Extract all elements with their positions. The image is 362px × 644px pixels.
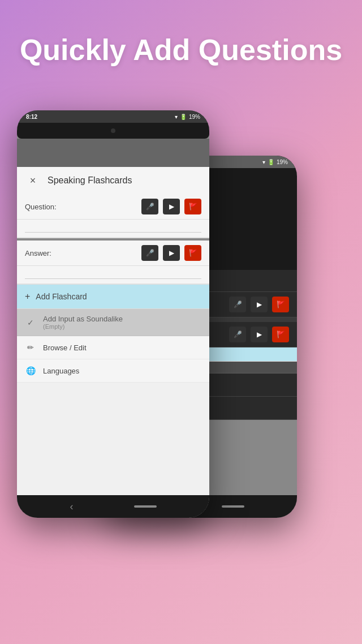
answer-play-btn[interactable]: ▶ [163, 245, 180, 261]
browse-edit-label: Browse / Edit [43, 344, 87, 352]
soundalike-sublabel: (Empty) [43, 323, 123, 330]
back-nav-home[interactable] [222, 505, 244, 508]
question-mic-icon: 🎤 [146, 203, 154, 211]
back-battery-icon: 🔋 [268, 159, 274, 165]
front-bg-area [17, 139, 209, 167]
question-input-text [25, 220, 201, 230]
answer-play-icon: ▶ [169, 249, 174, 257]
answer-input-text [25, 266, 201, 276]
front-battery-icon: 🔋 [180, 114, 187, 120]
front-time: 8:12 [26, 114, 37, 120]
languages-label: Languages [43, 367, 79, 375]
front-signal-icon: ▾ [175, 114, 178, 120]
question-mic-btn[interactable]: 🎤 [141, 199, 158, 214]
add-flashcard-label: Add Flashcard [36, 292, 87, 301]
question-label: Question: [25, 203, 137, 211]
languages-item[interactable]: 🌐 Languages [17, 359, 209, 383]
answer-flag-icon: 🚩 [189, 249, 197, 257]
pencil-icon: ✏ [25, 342, 36, 353]
question-input-area[interactable] [17, 220, 209, 238]
answer-underline [25, 278, 201, 279]
soundalike-item: ✓ Add Input as Soundalike (Empty) [17, 309, 209, 336]
back-play-icon-1: ▶ [257, 300, 262, 308]
add-flashcard-btn[interactable]: + Add Flashcard [17, 285, 209, 309]
camera-dot [111, 128, 115, 133]
back-play-btn-1[interactable]: ▶ [251, 297, 268, 312]
back-mic-btn-1[interactable]: 🎤 [229, 297, 246, 312]
phone-front-screen: 8:12 ▾ 🔋 19% × Speaking Flashcards [17, 110, 209, 518]
question-section: Question: 🎤 ▶ 🚩 [17, 194, 209, 238]
back-status-right: ▾ 🔋 19% [262, 159, 288, 165]
question-flag-icon: 🚩 [189, 203, 197, 211]
back-flag-icon-2: 🚩 [277, 330, 285, 338]
answer-row: Answer: 🎤 ▶ 🚩 [17, 241, 209, 266]
question-flag-btn[interactable]: 🚩 [184, 199, 201, 214]
front-nav-back-btn[interactable]: ‹ [70, 501, 74, 513]
question-row: Question: 🎤 ▶ 🚩 [17, 194, 209, 220]
app-title: Speaking Flashcards [48, 175, 132, 186]
question-play-icon: ▶ [169, 203, 174, 211]
globe-icon: 🌐 [25, 365, 36, 376]
camera-bar [17, 123, 209, 139]
back-mic-icon-2: 🎤 [234, 330, 242, 338]
front-status-bar: 8:12 ▾ 🔋 19% [17, 110, 209, 123]
back-mic-icon-1: 🎤 [234, 300, 242, 308]
answer-label: Answer: [25, 249, 137, 257]
back-flag-btn-1[interactable]: 🚩 [272, 297, 289, 312]
soundalike-label: Add Input as Soundalike [43, 315, 123, 323]
answer-input-area[interactable] [17, 266, 209, 284]
back-mic-btn-2[interactable]: 🎤 [229, 327, 246, 342]
front-nav-bar: ‹ [17, 495, 209, 518]
soundalike-text-group: Add Input as Soundalike (Empty) [43, 315, 123, 330]
front-battery-pct: 19% [189, 114, 200, 120]
close-button[interactable]: × [25, 173, 41, 188]
back-battery-pct: 19% [277, 159, 288, 165]
answer-mic-icon: 🎤 [146, 249, 154, 257]
phones-wrapper: ▾ 🔋 19% g Flashcards 🎤 [17, 110, 345, 603]
back-flag-btn-2[interactable]: 🚩 [272, 327, 289, 342]
plus-icon: + [25, 291, 30, 302]
front-nav-home[interactable] [134, 505, 157, 508]
front-app-header: × Speaking Flashcards [17, 167, 209, 194]
check-icon: ✓ [25, 317, 36, 328]
answer-flag-btn[interactable]: 🚩 [184, 245, 201, 261]
question-underline [25, 232, 201, 233]
front-status-right: ▾ 🔋 19% [175, 114, 200, 120]
hero-title: Quickly Add Questions [11, 34, 351, 66]
bottom-spacer [17, 383, 209, 495]
phone-front: 8:12 ▾ 🔋 19% × Speaking Flashcards [17, 110, 209, 518]
browse-edit-item[interactable]: ✏ Browse / Edit [17, 336, 209, 359]
back-play-btn-2[interactable]: ▶ [251, 327, 268, 342]
question-play-btn[interactable]: ▶ [163, 199, 180, 214]
back-flag-icon-1: 🚩 [277, 300, 285, 308]
back-play-icon-2: ▶ [257, 330, 262, 338]
back-wifi-icon: ▾ [262, 159, 265, 165]
answer-mic-btn[interactable]: 🎤 [141, 245, 158, 261]
answer-section: Answer: 🎤 ▶ 🚩 [17, 241, 209, 285]
